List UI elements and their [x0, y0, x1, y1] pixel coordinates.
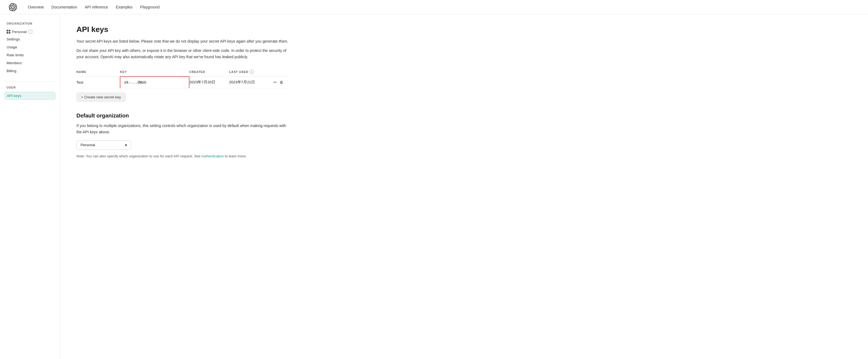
delete-icon[interactable]: 🗑: [280, 80, 283, 84]
last-used-label: LAST USED: [229, 70, 248, 74]
org-select[interactable]: Personal ▾: [76, 140, 131, 150]
chevron-down-icon: ▾: [125, 143, 127, 147]
top-nav: Overview Documentation API reference Exa…: [0, 0, 868, 14]
col-header-last-used: LAST USED i: [229, 67, 273, 77]
nav-link-playground[interactable]: Playground: [140, 5, 160, 9]
key-created: 2023年7月20日: [189, 77, 229, 88]
col-header-created: CREATED: [189, 67, 229, 77]
key-value: sk-...dWoU: [120, 77, 189, 88]
default-org-section: Default organization If you belong to mu…: [76, 113, 289, 158]
note-suffix: to learn more.: [224, 154, 247, 158]
default-org-title: Default organization: [76, 113, 289, 119]
create-secret-key-button[interactable]: + Create new secret key: [76, 93, 126, 102]
sidebar-item-settings[interactable]: Settings: [4, 35, 55, 43]
svg-rect-1: [9, 30, 10, 31]
sidebar-item-usage[interactable]: Usage: [4, 44, 55, 51]
sidebar-item-rate-limits[interactable]: Rate limits: [4, 51, 55, 59]
sidebar-item-members[interactable]: Members: [4, 59, 55, 67]
org-section: ORGANIZATION Personal i Settings Usage R…: [4, 22, 55, 75]
key-actions: ✏ 🗑: [274, 77, 289, 88]
sidebar-divider: [4, 81, 55, 81]
nav-links: Overview Documentation API reference Exa…: [28, 5, 859, 9]
key-last-used: 2023年7月21日: [229, 77, 273, 88]
default-org-description: If you belong to multiple organizations,…: [76, 123, 289, 135]
nav-link-documentation[interactable]: Documentation: [51, 5, 77, 9]
main-content: API keys Your secret API keys are listed…: [60, 14, 306, 359]
logo[interactable]: [9, 3, 17, 11]
svg-rect-3: [9, 32, 10, 34]
svg-rect-2: [6, 32, 8, 34]
api-keys-table: NAME KEY CREATED LAST USED i Test sk-...…: [76, 67, 289, 88]
user-section: USER API keys: [4, 86, 55, 100]
sidebar: ORGANIZATION Personal i Settings Usage R…: [0, 14, 60, 359]
nav-link-examples[interactable]: Examples: [116, 5, 132, 9]
org-section-label: ORGANIZATION: [4, 22, 55, 25]
page-description-2: Do not share your API key with others, o…: [76, 48, 289, 60]
info-icon[interactable]: i: [28, 29, 32, 34]
nav-link-api-reference[interactable]: API reference: [85, 5, 108, 9]
grid-icon: [6, 30, 10, 34]
personal-item: Personal i: [4, 28, 55, 35]
col-header-key: KEY: [120, 67, 189, 77]
nav-link-overview[interactable]: Overview: [28, 5, 44, 9]
personal-label: Personal: [12, 30, 27, 34]
page-title: API keys: [76, 25, 289, 34]
authentication-link[interactable]: Authentication: [201, 154, 223, 158]
svg-rect-0: [6, 30, 8, 31]
page-description-1: Your secret API keys are listed below. P…: [76, 38, 289, 44]
key-name: Test: [76, 77, 120, 88]
col-header-name: NAME: [76, 67, 120, 77]
last-used-info-icon[interactable]: i: [249, 70, 254, 74]
layout: ORGANIZATION Personal i Settings Usage R…: [0, 14, 868, 359]
note-prefix: Note: You can also specify which organiz…: [76, 154, 201, 158]
org-select-label: Personal: [81, 143, 95, 147]
sidebar-item-api-keys[interactable]: API keys: [4, 92, 55, 100]
note-text: Note: You can also specify which organiz…: [76, 154, 289, 158]
sidebar-item-billing[interactable]: Billing: [4, 67, 55, 75]
col-header-actions: [274, 67, 289, 77]
edit-icon[interactable]: ✏: [274, 80, 277, 84]
table-row: Test sk-...dWoU 2023年7月20日 2023年7月21日 ✏ …: [76, 77, 289, 88]
action-icons: ✏ 🗑: [274, 80, 286, 84]
user-section-label: USER: [4, 86, 55, 89]
